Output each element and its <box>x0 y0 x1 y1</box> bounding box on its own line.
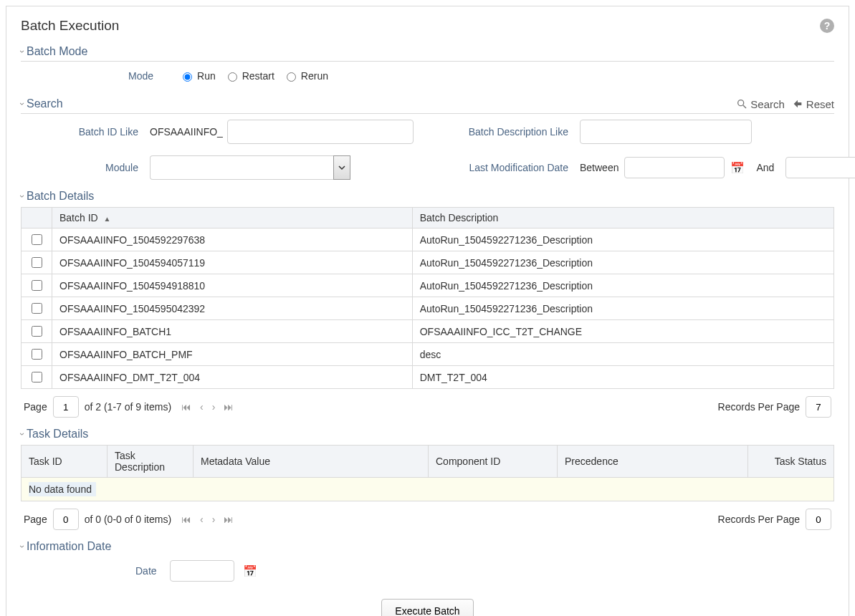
mode-run-radio[interactable]: Run <box>179 70 216 82</box>
row-checkbox[interactable] <box>32 257 42 268</box>
last-mod-date-label: Last Modification Date <box>458 162 573 174</box>
task-status-col[interactable]: Task Status <box>748 446 834 478</box>
page-label: Page <box>24 401 47 413</box>
task-rpp-input[interactable] <box>806 509 831 530</box>
row-checkbox[interactable] <box>32 372 42 382</box>
batch-desc-cell: desc <box>412 343 833 366</box>
pager-prev-icon[interactable]: ‹ <box>199 514 205 525</box>
reset-action[interactable]: Reset <box>792 98 834 110</box>
table-row[interactable]: OFSAAAIINFO_1504594918810AutoRun_1504592… <box>22 274 834 297</box>
module-combo[interactable] <box>150 155 350 180</box>
mode-run-label: Run <box>197 70 216 82</box>
mode-run-input[interactable] <box>183 72 192 82</box>
batch-id-cell: OFSAAAIINFO_1504592297638 <box>52 228 413 251</box>
task-details-title[interactable]: › Task Details <box>21 428 88 441</box>
table-row[interactable]: OFSAAAIINFO_1504595042392AutoRun_1504592… <box>22 297 834 320</box>
task-details-title-text: Task Details <box>27 428 88 441</box>
batch-id-cell: OFSAAAIINFO_1504594918810 <box>52 274 413 297</box>
sort-asc-icon: ▲ <box>104 215 111 223</box>
table-row[interactable]: OFSAAAIINFO_BATCH1OFSAAAIINFO_ICC_T2T_CH… <box>22 320 834 343</box>
pager-prev-icon[interactable]: ‹ <box>199 401 205 413</box>
metadata-col[interactable]: Metadata Value <box>194 446 429 478</box>
module-dropdown-button[interactable] <box>333 155 350 180</box>
batch-id-column[interactable]: Batch ID ▲ <box>52 208 413 228</box>
mode-rerun-label: Rerun <box>301 70 328 82</box>
batch-desc-column[interactable]: Batch Description <box>412 208 833 228</box>
task-id-col[interactable]: Task ID <box>22 446 108 478</box>
pager-last-icon[interactable]: ⏭ <box>222 514 235 525</box>
batch-id-cell: OFSAAAIINFO_1504594057119 <box>52 251 413 274</box>
batch-details-title-text: Batch Details <box>27 190 94 203</box>
rpp-label: Records Per Page <box>718 401 800 413</box>
svg-line-1 <box>743 105 746 108</box>
table-row[interactable]: OFSAAAIINFO_1504592297638AutoRun_1504592… <box>22 228 834 251</box>
batch-id-cell: OFSAAAIINFO_1504595042392 <box>52 297 413 320</box>
row-checkbox[interactable] <box>32 280 42 291</box>
task-desc-col[interactable]: Task Description <box>108 446 194 478</box>
date-to-input[interactable] <box>785 157 855 178</box>
chevron-down-icon: › <box>17 545 27 548</box>
chevron-down-icon: › <box>17 102 27 105</box>
batch-id-like-input[interactable] <box>227 120 414 144</box>
task-details-table: Task ID Task Description Metadata Value … <box>21 445 834 501</box>
table-row[interactable]: OFSAAAIINFO_BATCH_PMFdesc <box>22 343 834 366</box>
module-input[interactable] <box>150 155 333 180</box>
batch-desc-like-label: Batch Description Like <box>458 126 573 138</box>
calendar-icon[interactable]: 📅 <box>243 564 257 578</box>
mode-rerun-radio[interactable]: Rerun <box>283 70 328 82</box>
mode-restart-radio[interactable]: Restart <box>224 70 274 82</box>
batch-details-title[interactable]: › Batch Details <box>21 190 94 203</box>
search-title-text: Search <box>27 97 63 110</box>
task-details-section: › Task Details Task ID Task Description … <box>21 428 834 530</box>
chevron-down-icon: › <box>17 433 27 435</box>
mode-restart-input[interactable] <box>228 72 237 82</box>
search-action[interactable]: Search <box>736 98 785 110</box>
batch-details-table: Batch ID ▲ Batch Description OFSAAAIINFO… <box>21 207 834 389</box>
calendar-icon[interactable]: 📅 <box>730 161 745 175</box>
batch-desc-like-input[interactable] <box>580 120 752 144</box>
date-from-input[interactable] <box>624 157 725 178</box>
pager-first-icon[interactable]: ⏮ <box>180 401 193 413</box>
reset-action-label: Reset <box>806 98 834 110</box>
pager-first-icon[interactable]: ⏮ <box>180 514 193 525</box>
row-checkbox[interactable] <box>32 326 42 337</box>
batch-id-cell: OFSAAAIINFO_BATCH1 <box>52 320 413 343</box>
table-row[interactable]: OFSAAAIINFO_DMT_T2T_004DMT_T2T_004 <box>22 366 834 389</box>
batch-desc-cell: AutoRun_1504592271236_Description <box>412 251 833 274</box>
and-label: And <box>756 162 774 173</box>
component-col[interactable]: Component ID <box>429 446 558 478</box>
info-date-label: Date <box>135 565 161 577</box>
row-checkbox[interactable] <box>32 303 42 314</box>
mode-label: Mode <box>128 70 153 82</box>
info-date-title[interactable]: › Information Date <box>21 540 111 553</box>
task-page-label: Page <box>24 514 47 525</box>
batch-id-like-label: Batch ID Like <box>28 126 143 138</box>
page-input[interactable] <box>53 396 79 418</box>
pager-next-icon[interactable]: › <box>211 514 217 525</box>
pager-next-icon[interactable]: › <box>211 401 217 413</box>
search-title[interactable]: › Search <box>21 97 63 110</box>
row-checkbox[interactable] <box>32 349 42 360</box>
info-date-input[interactable] <box>170 560 234 582</box>
help-icon[interactable]: ? <box>820 19 834 33</box>
batch-id-col-label: Batch ID <box>59 212 98 223</box>
table-row[interactable]: OFSAAAIINFO_1504594057119AutoRun_1504592… <box>22 251 834 274</box>
rpp-input[interactable] <box>806 396 831 418</box>
batch-details-section: › Batch Details Batch ID ▲ Batch Descrip… <box>21 190 834 418</box>
task-page-input[interactable] <box>53 509 79 530</box>
row-checkbox[interactable] <box>32 234 42 245</box>
execute-batch-button[interactable]: Execute Batch <box>381 599 473 616</box>
info-date-section: › Information Date Date 📅 <box>21 540 834 582</box>
select-all-header <box>22 208 52 228</box>
page-of-text: of 2 (1-7 of 9 items) <box>85 401 171 413</box>
search-section: › Search Search Reset Batch ID Like OFSA… <box>21 97 834 180</box>
search-action-label: Search <box>750 98 785 110</box>
batch-desc-cell: AutoRun_1504592271236_Description <box>412 297 833 320</box>
batch-id-cell: OFSAAAIINFO_BATCH_PMF <box>52 343 413 366</box>
precedence-col[interactable]: Precedence <box>558 446 748 478</box>
pager-last-icon[interactable]: ⏭ <box>222 401 235 413</box>
mode-rerun-input[interactable] <box>287 72 296 82</box>
no-data-text: No data found <box>29 482 96 496</box>
info-date-title-text: Information Date <box>27 540 111 553</box>
batch-mode-title[interactable]: › Batch Mode <box>21 45 87 58</box>
